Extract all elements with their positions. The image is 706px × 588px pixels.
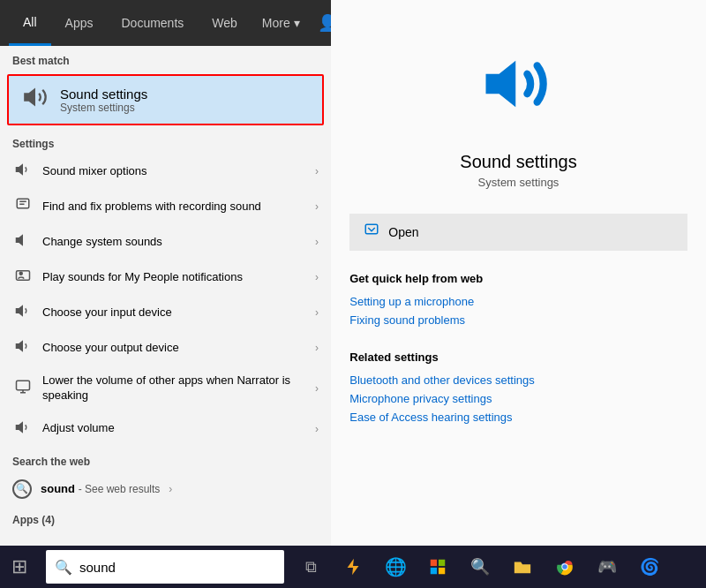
start-button[interactable]: ⊞ xyxy=(0,546,39,588)
quick-help-link-1[interactable]: Setting up a microphone xyxy=(349,292,687,311)
nav-tabs: All Apps Documents Web More ▾ 👤 ··· xyxy=(0,0,331,46)
list-item[interactable]: Choose your output device › xyxy=(0,330,331,366)
taskbar-icons: ⧉ 🌐 🔍 xyxy=(291,546,669,588)
svg-marker-0 xyxy=(25,90,34,104)
sound-mixer-icon xyxy=(12,162,34,181)
lightning-icon[interactable] xyxy=(334,546,372,588)
right-panel: Sound settings System settings Open Get … xyxy=(331,0,706,546)
svg-marker-14 xyxy=(485,61,515,108)
open-button[interactable]: Open xyxy=(349,214,687,251)
tab-all[interactable]: All xyxy=(9,0,51,46)
best-match-item[interactable]: Sound settings System settings xyxy=(7,74,324,125)
chevron-right-icon7: › xyxy=(315,382,319,395)
change-sounds-icon xyxy=(12,232,34,252)
settings-label: Settings xyxy=(0,129,331,154)
web-search-item[interactable]: 🔍 sound - See web results › xyxy=(0,471,331,507)
chevron-right-icon2: › xyxy=(315,200,319,213)
chevron-right-icon8: › xyxy=(315,423,319,435)
find-fix-label: Find and fix problems with recording sou… xyxy=(42,200,306,215)
taskbar-search-bar[interactable]: 🔍 xyxy=(46,550,284,584)
right-panel-subtitle: System settings xyxy=(478,176,560,189)
search-taskbar-icon[interactable]: 🔍 xyxy=(461,546,499,588)
web-search-icon: 🔍 xyxy=(12,479,32,499)
best-match-text: Sound settings System settings xyxy=(60,87,147,114)
svg-rect-15 xyxy=(366,224,379,234)
related-link-1[interactable]: Bluetooth and other devices settings xyxy=(349,371,687,389)
find-fix-icon xyxy=(12,197,34,216)
chevron-right-icon4: › xyxy=(315,271,319,283)
svg-marker-16 xyxy=(348,559,359,575)
svg-rect-17 xyxy=(431,560,437,566)
edge-icon[interactable]: 🌐 xyxy=(376,546,415,588)
sound-mixer-label: Sound mixer options xyxy=(42,164,306,179)
list-item[interactable]: Choose your input device › xyxy=(0,295,331,330)
svg-point-7 xyxy=(19,272,22,275)
list-item[interactable]: Find and fix problems with recording sou… xyxy=(0,189,331,224)
tab-documents[interactable]: Documents xyxy=(107,0,198,46)
chevron-right-icon5: › xyxy=(315,306,319,319)
chevron-right-icon6: › xyxy=(315,342,319,354)
lower-volume-label: Lower the volume of other apps when Narr… xyxy=(42,373,306,403)
right-panel-title: Sound settings xyxy=(460,152,576,172)
svg-marker-13 xyxy=(17,423,23,433)
best-match-subtitle: System settings xyxy=(60,102,147,114)
game-icon[interactable]: 🎮 xyxy=(588,546,627,588)
sound-settings-icon xyxy=(21,85,49,115)
quick-help-title: Get quick help from web xyxy=(349,272,687,285)
output-device-label: Choose your output device xyxy=(42,341,306,356)
svg-rect-18 xyxy=(439,560,445,566)
list-item[interactable]: Lower the volume of other apps when Narr… xyxy=(0,366,331,411)
open-label: Open xyxy=(388,225,418,239)
list-item[interactable]: Adjust volume › xyxy=(0,411,331,447)
svg-rect-19 xyxy=(431,568,437,574)
input-device-label: Choose your input device xyxy=(42,305,306,320)
svg-marker-1 xyxy=(17,165,23,175)
lower-volume-icon xyxy=(12,379,34,398)
my-people-label: Play sounds for My People notifications xyxy=(42,270,306,285)
quick-help-link-2[interactable]: Fixing sound problems xyxy=(349,311,687,329)
windows-store-icon[interactable] xyxy=(418,546,457,588)
task-view-icon[interactable]: ⧉ xyxy=(291,546,330,588)
tab-more[interactable]: More ▾ xyxy=(252,0,311,46)
search-popup: All Apps Documents Web More ▾ 👤 ··· Best… xyxy=(0,0,331,546)
related-link-3[interactable]: Ease of Access hearing settings xyxy=(349,408,687,426)
chevron-right-icon: › xyxy=(315,165,319,177)
tab-apps[interactable]: Apps xyxy=(51,0,108,46)
taskbar-search-input[interactable] xyxy=(79,560,256,575)
tab-web[interactable]: Web xyxy=(198,0,252,46)
apps-label: Apps (4) xyxy=(0,507,331,530)
my-people-icon xyxy=(12,268,34,287)
blue-icon[interactable]: 🌀 xyxy=(630,546,669,588)
web-search-label: Search the web xyxy=(0,447,331,471)
change-sounds-label: Change system sounds xyxy=(42,235,306,250)
taskbar-search-icon: 🔍 xyxy=(55,559,72,576)
list-item[interactable]: Sound mixer options › xyxy=(0,154,331,189)
chrome-icon[interactable] xyxy=(545,546,584,588)
svg-marker-5 xyxy=(17,236,23,245)
svg-point-23 xyxy=(562,564,567,569)
right-panel-sound-icon xyxy=(479,44,559,138)
taskbar: ⊞ 🔍 ⧉ 🌐 🔍 xyxy=(0,546,706,588)
output-device-icon xyxy=(12,338,34,358)
chevron-right-icon9: › xyxy=(169,483,172,495)
file-explorer-icon[interactable] xyxy=(503,546,542,588)
list-item[interactable]: Change system sounds › xyxy=(0,224,331,260)
chevron-right-icon3: › xyxy=(315,236,319,248)
svg-rect-10 xyxy=(17,381,30,390)
svg-marker-8 xyxy=(17,306,23,316)
adjust-volume-icon xyxy=(12,419,34,439)
best-match-title: Sound settings xyxy=(60,87,147,102)
svg-rect-20 xyxy=(439,568,445,574)
best-match-label: Best match xyxy=(0,46,331,71)
related-link-2[interactable]: Microphone privacy settings xyxy=(349,389,687,408)
input-device-icon xyxy=(12,303,34,322)
list-item[interactable]: Play sounds for My People notifications … xyxy=(0,260,331,295)
svg-marker-9 xyxy=(17,342,23,351)
web-search-text: sound - See web results xyxy=(41,482,160,495)
open-icon xyxy=(364,222,379,242)
adjust-volume-label: Adjust volume xyxy=(42,421,306,436)
search-results: Best match Sound settings System setting… xyxy=(0,46,331,546)
related-settings-title: Related settings xyxy=(349,351,687,364)
